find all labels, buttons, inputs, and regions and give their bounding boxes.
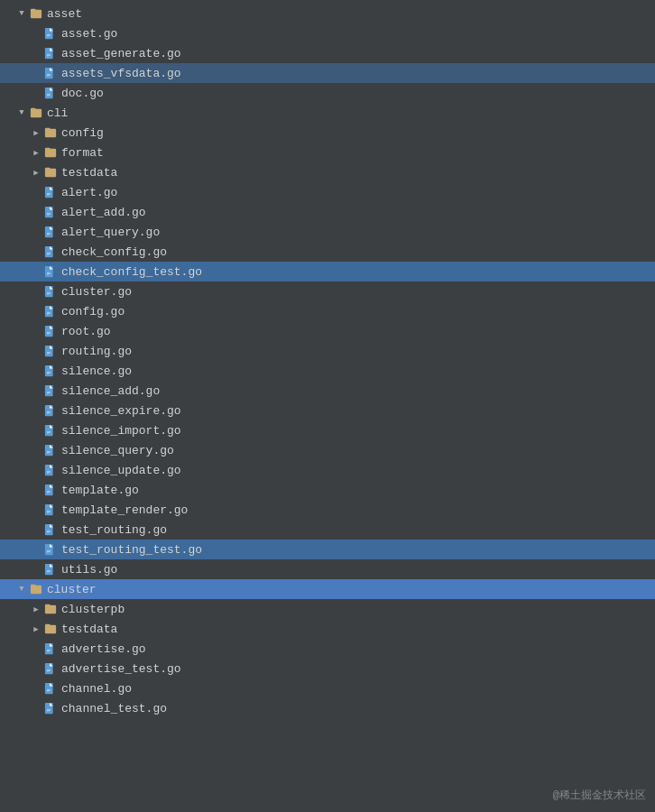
go-file-icon-assets-vfsdata-go: go — [43, 66, 58, 80]
svg-text:go: go — [47, 510, 51, 513]
item-label-silence-query-go: silence_query.go — [61, 444, 174, 457]
tree-item-cli-folder[interactable]: cli — [0, 103, 655, 123]
arrow-testdata-cluster-folder[interactable] — [29, 622, 43, 636]
go-file-icon-doc-go: go — [43, 86, 58, 100]
arrow-cluster-folder[interactable] — [14, 582, 29, 596]
tree-item-silence-update-go[interactable]: go silence_update.go — [0, 460, 655, 480]
item-label-alert-go: alert.go — [61, 186, 117, 199]
go-file-icon-advertise-test-go: go — [43, 661, 58, 676]
tree-item-alert-add-go[interactable]: go alert_add.go — [0, 202, 655, 222]
svg-text:go: go — [47, 272, 51, 275]
go-file-icon-utils-go: go — [43, 562, 58, 577]
tree-item-advertise-test-go[interactable]: go advertise_test.go — [0, 659, 655, 678]
tree-item-template-render-go[interactable]: go template_render.go — [0, 500, 655, 520]
go-file-icon-asset-generate-go: go — [43, 46, 58, 60]
tree-item-advertise-go[interactable]: go advertise.go — [0, 639, 655, 659]
arrow-testdata-folder[interactable] — [29, 165, 43, 180]
tree-item-silence-add-go[interactable]: go silence_add.go — [0, 381, 655, 401]
folder-icon-cluster-folder — [29, 582, 43, 596]
item-label-template-go: template.go — [61, 484, 139, 497]
item-label-silence-import-go: silence_import.go — [61, 424, 181, 438]
item-label-advertise-go: advertise.go — [61, 642, 146, 656]
tree-item-check-config-test-go[interactable]: go check_config_test.go — [0, 262, 655, 281]
tree-item-testdata-folder[interactable]: testdata — [0, 162, 655, 182]
file-tree: asset go asset.go go asset_generate.go g… — [0, 0, 655, 812]
go-file-icon-test-routing-go: go — [43, 522, 58, 537]
tree-item-silence-import-go[interactable]: go silence_import.go — [0, 420, 655, 440]
item-label-alert-add-go: alert_add.go — [61, 206, 146, 219]
go-file-icon-config-go: go — [43, 304, 58, 318]
item-label-routing-go: routing.go — [61, 345, 132, 358]
arrow-clusterpb-folder[interactable] — [29, 602, 43, 616]
tree-item-config-go[interactable]: go config.go — [0, 301, 655, 321]
tree-item-test-routing-go[interactable]: go test_routing.go — [0, 520, 655, 540]
svg-text:go: go — [47, 430, 51, 434]
item-label-assets-vfsdata-go: assets_vfsdata.go — [61, 67, 181, 80]
tree-item-asset-generate-go[interactable]: go asset_generate.go — [0, 43, 655, 63]
item-label-check-config-test-go: check_config_test.go — [61, 265, 202, 279]
go-file-icon-asset-go: go — [43, 26, 58, 41]
svg-text:go: go — [47, 351, 51, 355]
tree-item-routing-go[interactable]: go routing.go — [0, 341, 655, 361]
arrow-asset-folder[interactable] — [14, 6, 29, 21]
svg-text:go: go — [47, 669, 51, 672]
tree-item-clusterpb-folder[interactable]: clusterpb — [0, 599, 655, 619]
tree-item-channel-go[interactable]: go channel.go — [0, 678, 655, 698]
tree-item-check-config-go[interactable]: go check_config.go — [0, 242, 655, 262]
tree-item-format-folder[interactable]: format — [0, 143, 655, 162]
arrow-cli-folder[interactable] — [14, 106, 29, 120]
svg-text:go: go — [47, 450, 51, 454]
svg-text:go: go — [47, 212, 51, 216]
go-file-icon-check-config-test-go: go — [43, 264, 58, 279]
tree-item-test-routing-test-go[interactable]: go test_routing_test.go — [0, 540, 655, 559]
item-label-check-config-go: check_config.go — [61, 245, 167, 259]
go-file-icon-alert-add-go: go — [43, 205, 58, 219]
item-label-asset-generate-go: asset_generate.go — [61, 47, 181, 60]
go-file-icon-template-render-go: go — [43, 503, 58, 517]
tree-item-channel-test-go[interactable]: go channel_test.go — [0, 698, 655, 718]
tree-item-config-folder[interactable]: config — [0, 123, 655, 143]
go-file-icon-advertise-go: go — [43, 641, 58, 656]
item-label-format-folder: format — [61, 146, 104, 160]
folder-icon-clusterpb-folder — [43, 602, 58, 616]
item-label-asset-go: asset.go — [61, 27, 117, 41]
tree-item-template-go[interactable]: go template.go — [0, 480, 655, 500]
tree-item-cluster-go[interactable]: go cluster.go — [0, 281, 655, 301]
tree-item-alert-query-go[interactable]: go alert_query.go — [0, 222, 655, 242]
svg-text:go: go — [47, 53, 51, 57]
tree-item-assets-vfsdata-go[interactable]: go assets_vfsdata.go — [0, 63, 655, 83]
item-label-cli-folder: cli — [47, 106, 68, 120]
item-label-silence-add-go: silence_add.go — [61, 384, 160, 398]
item-label-doc-go: doc.go — [61, 87, 104, 100]
item-label-root-go: root.go — [61, 325, 111, 338]
go-file-icon-template-go: go — [43, 483, 58, 497]
tree-item-cluster-folder[interactable]: cluster — [0, 579, 655, 599]
go-file-icon-routing-go: go — [43, 344, 58, 358]
tree-item-doc-go[interactable]: go doc.go — [0, 83, 655, 103]
svg-text:go: go — [47, 291, 51, 295]
go-file-icon-root-go: go — [43, 324, 58, 338]
svg-text:go: go — [47, 371, 51, 374]
svg-text:go: go — [47, 331, 51, 335]
tree-item-silence-query-go[interactable]: go silence_query.go — [0, 440, 655, 460]
tree-item-silence-go[interactable]: go silence.go — [0, 361, 655, 381]
arrow-format-folder[interactable] — [29, 145, 43, 160]
tree-item-testdata-cluster-folder[interactable]: testdata — [0, 619, 655, 639]
folder-icon-asset-folder — [29, 6, 43, 21]
tree-item-silence-expire-go[interactable]: go silence_expire.go — [0, 401, 655, 420]
tree-item-asset-go[interactable]: go asset.go — [0, 23, 655, 43]
go-file-icon-alert-go: go — [43, 185, 58, 199]
go-file-icon-channel-test-go: go — [43, 701, 58, 715]
tree-item-alert-go[interactable]: go alert.go — [0, 182, 655, 202]
tree-item-root-go[interactable]: go root.go — [0, 321, 655, 341]
tree-item-asset-folder[interactable]: asset — [0, 4, 655, 23]
item-label-test-routing-test-go: test_routing_test.go — [61, 543, 202, 557]
tree-item-utils-go[interactable]: go utils.go — [0, 559, 655, 579]
go-file-icon-channel-go: go — [43, 681, 58, 696]
svg-text:go: go — [47, 73, 51, 77]
item-label-channel-test-go: channel_test.go — [61, 702, 167, 715]
go-file-icon-silence-query-go: go — [43, 443, 58, 457]
item-label-utils-go: utils.go — [61, 563, 117, 577]
item-label-advertise-test-go: advertise_test.go — [61, 662, 181, 676]
arrow-config-folder[interactable] — [29, 125, 43, 140]
